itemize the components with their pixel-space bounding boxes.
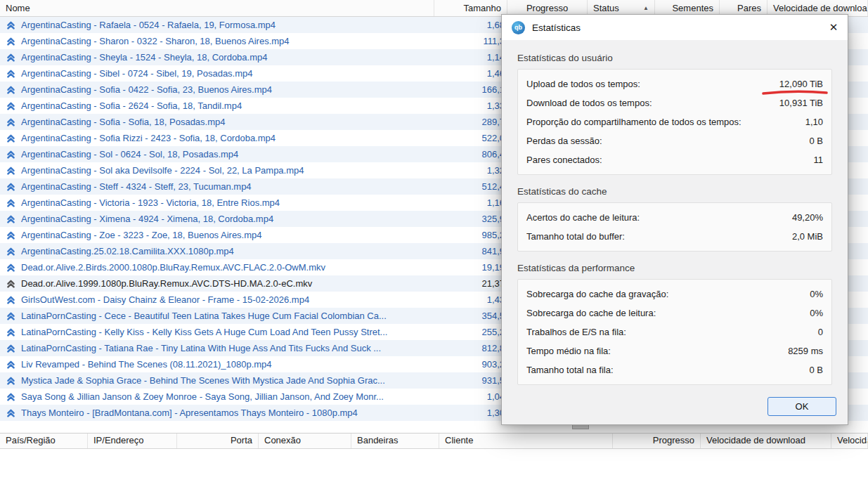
stat-row: Proporção do compartilhamento de todos o… <box>526 112 823 131</box>
peer-column-ip[interactable]: IP/Endereço <box>88 434 177 448</box>
torrent-name: GirlsOutWest.com - Daisy Chainz & Eleano… <box>21 294 434 305</box>
seeding-icon <box>0 344 21 353</box>
section-title: Estatísticas do usuário <box>517 53 832 63</box>
dialog-title: Estatísticas <box>532 22 815 33</box>
torrent-size: 1,43 <box>434 294 507 305</box>
torrent-size: 1,04 <box>434 391 507 402</box>
stat-row: Perdas da sessão:0 B <box>526 131 823 150</box>
stat-row: Sobrecarga do cache da gravação:0% <box>526 285 823 304</box>
peer-column-connection[interactable]: Conexão <box>259 434 351 448</box>
stat-label: Proporção do compartilhamento de todos o… <box>526 117 741 127</box>
torrent-size: 931,5 <box>434 375 507 386</box>
torrent-size: 1,33 <box>434 100 507 111</box>
stat-label: Perdas da sessão: <box>526 136 602 146</box>
torrent-name: ArgentinaCasting - Zoe - 3223 - Zoe, 18,… <box>21 230 434 240</box>
stat-value: 49,20% <box>792 212 823 223</box>
torrent-name: ArgentinaCasting.25.02.18.Camilita.XXX.1… <box>21 246 434 256</box>
seeding-icon <box>0 101 21 110</box>
seeding-icon <box>0 311 21 320</box>
stats-sections: Estatísticas do usuárioUpload de todos o… <box>517 53 832 385</box>
seeding-icon <box>0 360 21 369</box>
peer-column-flags[interactable]: Bandeiras <box>351 434 439 448</box>
stat-label: Sobrecarga do cache da gravação: <box>526 289 668 299</box>
torrent-name: LatinaPornCasting - Kelly Kiss - Kelly K… <box>21 327 434 337</box>
torrent-size: 806,4 <box>434 149 507 159</box>
seeding-icon <box>0 133 21 143</box>
stat-row: Trabalhos de E/S na fila:0 <box>526 323 823 341</box>
dialog-titlebar[interactable]: qb Estatísticas ✕ <box>502 15 848 40</box>
stat-value: 12,090 TiB <box>779 79 823 89</box>
torrent-size: 812,8 <box>434 343 507 353</box>
stat-value: 10,931 TiB <box>779 98 823 108</box>
torrent-name: ArgentinaCasting - Sheyla - 1524 - Sheyl… <box>21 52 434 63</box>
stat-label: Sobrecarga do cache de leitura: <box>526 308 656 318</box>
torrent-name: Liv Revamped - Behind The Scenes (08.11.… <box>21 359 434 370</box>
torrent-size: 1,32 <box>434 165 507 176</box>
seeding-icon <box>0 150 21 159</box>
column-header-size[interactable]: Tamanho <box>434 0 507 16</box>
stat-value: 0 B <box>809 136 823 146</box>
seeding-icon <box>0 408 21 417</box>
seeding-icon <box>0 230 21 240</box>
torrent-size: 1,14 <box>434 52 507 63</box>
close-icon[interactable]: ✕ <box>822 18 845 37</box>
torrent-name: ArgentinaCasting - Sol - 0624 - Sol, 18,… <box>21 149 434 159</box>
stat-value: 11 <box>814 155 824 165</box>
torrent-size: 841,9 <box>434 246 507 256</box>
dialog-body: Estatísticas do usuárioUpload de todos o… <box>502 40 848 426</box>
stat-row: Sobrecarga do cache de leitura:0% <box>526 304 823 323</box>
peer-table-header: País/Região IP/Endereço Porta Conexão Ba… <box>0 433 868 449</box>
stat-label: Trabalhos de E/S na fila: <box>526 327 626 337</box>
torrent-size: 19,19 <box>434 262 507 273</box>
peer-column-port[interactable]: Porta <box>177 434 259 448</box>
stat-row: Download de todos os tempos:10,931 TiB <box>526 93 823 112</box>
torrent-name: ArgentinaCasting - Sofia - Sofia, 18, Po… <box>21 117 434 127</box>
ok-button[interactable]: OK <box>767 397 836 416</box>
seeding-icon <box>0 198 21 207</box>
torrent-name: Dead.or.Alive.1999.1080p.BluRay.Remux.AV… <box>21 278 434 289</box>
seeding-icon <box>0 376 21 385</box>
torrent-size: 1,68 <box>434 20 507 30</box>
stat-value: 1,10 <box>805 117 823 127</box>
stat-value: 8259 ms <box>788 346 823 356</box>
torrent-name: ArgentinaCasting - Sol aka Devilsolfe - … <box>21 165 434 176</box>
section-box: Acertos do cache de leitura:49,20%Tamanh… <box>517 202 832 252</box>
seeding-icon <box>0 85 21 94</box>
torrent-name: ArgentinaCasting - Sibel - 0724 - Sibel,… <box>21 68 434 79</box>
section-title: Estatísticas da performance <box>517 263 832 273</box>
torrent-size: 1,46 <box>434 68 507 79</box>
peer-column-upspeed[interactable]: Velocidade de upload <box>831 434 868 448</box>
torrent-size: 166,1 <box>434 84 507 95</box>
torrent-name: ArgentinaCasting - Sofia - 0422 - Sofia,… <box>21 84 434 95</box>
qbittorrent-icon: qb <box>512 21 525 34</box>
torrent-size: 985,2 <box>434 230 507 240</box>
torrent-name: ArgentinaCasting - Sofia - 2624 - Sofia,… <box>21 100 434 111</box>
peer-column-country[interactable]: País/Região <box>0 434 88 448</box>
torrent-size: 111,3 <box>434 36 507 46</box>
stat-row: Tamanho total do buffer:2,0 MiB <box>526 227 823 246</box>
seeding-icon <box>0 166 21 175</box>
stat-row: Tamanho total na fila:0 B <box>526 360 823 379</box>
stat-label: Acertos do cache de leitura: <box>526 212 640 223</box>
stat-value: 0% <box>810 308 823 318</box>
torrent-size: 354,5 <box>434 311 507 321</box>
torrent-size: 1,30 <box>434 408 507 418</box>
torrent-name: ArgentinaCasting - Sofia Rizzi - 2423 - … <box>21 133 434 143</box>
torrent-name: LatinaPornCasting - Cece - Beautiful Tee… <box>21 311 434 321</box>
stat-row: Pares conectados:11 <box>526 150 823 169</box>
torrent-name: ArgentinaCasting - Ximena - 4924 - Ximen… <box>21 214 434 224</box>
torrent-name: ArgentinaCasting - Victoria - 1923 - Vic… <box>21 197 434 208</box>
torrent-size: 325,9 <box>434 214 507 224</box>
peer-column-client[interactable]: Cliente <box>439 434 613 448</box>
seeding-icon <box>0 392 21 401</box>
column-header-name[interactable]: Nome <box>0 0 434 16</box>
stat-value: 2,0 MiB <box>792 231 823 242</box>
torrent-name: ArgentinaCasting - Sharon - 0322 - Sharo… <box>21 36 434 46</box>
seeding-icon <box>0 247 21 256</box>
section-title: Estatísticas do cache <box>517 186 832 197</box>
peer-column-progress[interactable]: Progresso <box>613 434 701 448</box>
peer-column-dlspeed[interactable]: Velocidade de download <box>701 434 831 448</box>
stat-value: 0 B <box>809 365 823 375</box>
seeding-icon <box>0 37 21 46</box>
torrent-name: ArgentinaCasting - Steff - 4324 - Steff,… <box>21 181 434 192</box>
